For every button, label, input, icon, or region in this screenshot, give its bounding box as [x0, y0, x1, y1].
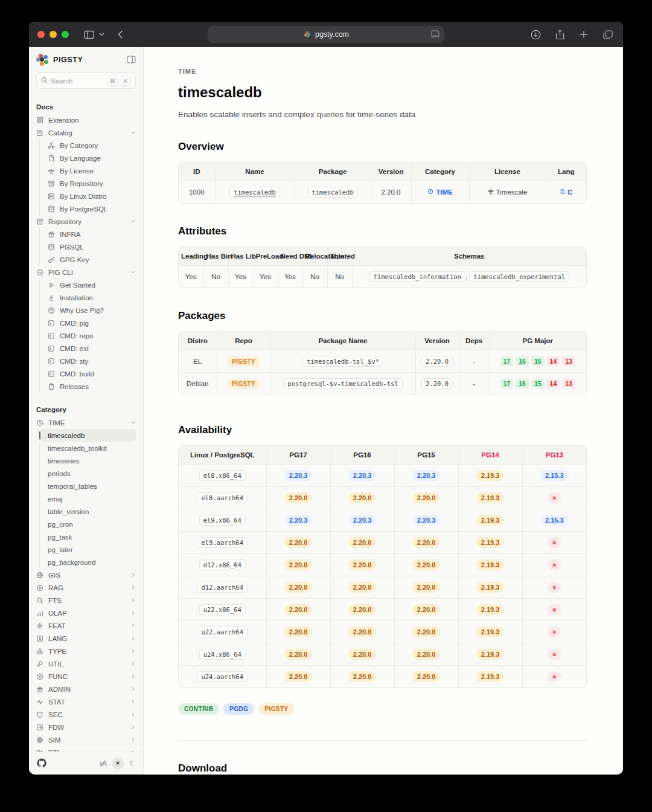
- sidebar-item-cmd-sty[interactable]: CMD: sty: [39, 355, 136, 367]
- availability-version-badge[interactable]: 2.20.0: [348, 671, 377, 682]
- sidebar-item-etl[interactable]: ETL: [36, 746, 136, 752]
- sidebar-item-releases[interactable]: Releases: [39, 380, 136, 393]
- availability-version-badge[interactable]: 2.15.3: [540, 470, 569, 481]
- availability-version-badge[interactable]: 2.20.0: [412, 671, 441, 682]
- availability-version-badge[interactable]: 2.20.0: [412, 559, 441, 570]
- availability-version-badge[interactable]: 2.20.0: [284, 604, 313, 615]
- availability-version-badge[interactable]: 2.20.0: [284, 559, 313, 570]
- sidebar-item-fdw[interactable]: FDW: [36, 721, 136, 733]
- availability-version-badge[interactable]: 2.19.3: [476, 649, 505, 660]
- downloads-icon[interactable]: [528, 27, 543, 42]
- sidebar-item-extension[interactable]: Extension: [36, 114, 136, 126]
- availability-version-badge[interactable]: 2.20.0: [348, 537, 377, 548]
- availability-version-badge[interactable]: 2.15.3: [540, 515, 569, 526]
- availability-version-badge[interactable]: 2.20.0: [412, 492, 441, 503]
- sidebar-item-catalog[interactable]: Catalog: [36, 126, 136, 139]
- availability-version-badge[interactable]: 2.20.0: [348, 492, 377, 503]
- collapse-sidebar-icon[interactable]: [127, 56, 136, 65]
- sidebar-item-timeseries[interactable]: timeseries: [39, 454, 136, 467]
- availability-version-badge[interactable]: 2.20.0: [284, 671, 313, 682]
- sidebar-item-get-started[interactable]: Get Started: [39, 279, 136, 291]
- sidebar-item-by-postgresql[interactable]: By PostgreSQL: [39, 202, 136, 215]
- sidebar-item-by-category[interactable]: By Category: [39, 139, 136, 152]
- sidebar-item-temporal-tables[interactable]: temporal_tables: [39, 480, 136, 492]
- sidebar-item-olap[interactable]: OLAP: [36, 607, 136, 619]
- availability-version-badge[interactable]: 2.20.0: [348, 559, 377, 570]
- availability-version-badge[interactable]: 2.20.0: [412, 582, 441, 593]
- availability-version-badge[interactable]: 2.20.0: [348, 604, 377, 615]
- availability-version-badge[interactable]: 2.20.0: [284, 649, 313, 660]
- sidebar-item-timescaledb[interactable]: timescaledb: [39, 429, 136, 442]
- sidebar-item-util[interactable]: UTIL: [36, 657, 136, 670]
- close-window-button[interactable]: [37, 31, 45, 38]
- sidebar-item-by-linux-distro[interactable]: By Linux Distro: [39, 190, 136, 202]
- sidebar-item-time[interactable]: TIME: [36, 416, 136, 429]
- sidebar-item-pg-task[interactable]: pg_task: [39, 530, 136, 543]
- availability-version-badge[interactable]: 2.20.3: [284, 470, 313, 481]
- sidebar-item-installation[interactable]: Installation: [39, 291, 136, 304]
- sidebar-item-func[interactable]: FUNC: [36, 670, 136, 683]
- sidebar-item-type[interactable]: TYPE: [36, 645, 136, 657]
- availability-version-badge[interactable]: 2.20.0: [284, 627, 313, 637]
- sidebar-item-by-language[interactable]: By Language: [39, 152, 136, 164]
- maximize-window-button[interactable]: [62, 31, 69, 38]
- sidebar-item-rag[interactable]: RAG: [36, 581, 136, 594]
- availability-version-badge[interactable]: 2.20.0: [348, 627, 377, 637]
- availability-version-badge[interactable]: 2.19.3: [476, 470, 505, 481]
- availability-version-badge[interactable]: 2.20.0: [412, 604, 441, 615]
- share-icon[interactable]: [552, 27, 567, 42]
- availability-version-badge[interactable]: 2.20.3: [284, 515, 313, 526]
- sidebar-item-feat[interactable]: FEAT: [36, 619, 136, 632]
- sidebar-item-gpg-key[interactable]: GPG Key: [39, 253, 136, 266]
- sidebar-item-sim[interactable]: SIM: [36, 733, 136, 746]
- sidebar-item-pgsql[interactable]: PGSQL: [39, 240, 136, 253]
- language-switch-icon[interactable]: xA: [100, 759, 106, 768]
- lang-link[interactable]: C: [560, 188, 572, 196]
- search-input[interactable]: Search ⌘ K: [36, 72, 136, 89]
- sidebar-item-timescaledb-toolkit[interactable]: timescaledb_toolkit: [39, 442, 136, 454]
- reader-mode-icon[interactable]: [431, 30, 439, 39]
- dark-theme-icon[interactable]: ☾: [129, 759, 135, 767]
- sidebar-item-table-version[interactable]: table_version: [39, 505, 136, 518]
- availability-version-badge[interactable]: 2.19.3: [476, 582, 505, 593]
- sidebar-item-cmd-repo[interactable]: CMD: repo: [39, 329, 136, 342]
- availability-version-badge[interactable]: 2.20.3: [348, 470, 377, 481]
- sidebar-item-sec[interactable]: SEC: [36, 708, 136, 721]
- availability-version-badge[interactable]: 2.20.3: [348, 515, 377, 526]
- availability-version-badge[interactable]: 2.20.0: [412, 649, 441, 660]
- availability-version-badge[interactable]: 2.20.0: [412, 537, 441, 548]
- sidebar-item-emaj[interactable]: emaj: [39, 492, 136, 505]
- availability-version-badge[interactable]: 2.20.0: [348, 649, 377, 660]
- sidebar-item-infra[interactable]: INFRA: [39, 228, 136, 240]
- sidebar-item-stat[interactable]: STAT: [36, 695, 136, 708]
- availability-version-badge[interactable]: 2.19.3: [476, 604, 505, 615]
- light-theme-icon[interactable]: ☀: [112, 758, 124, 770]
- availability-version-badge[interactable]: 2.20.3: [412, 470, 441, 481]
- category-link[interactable]: TIME: [427, 188, 452, 196]
- availability-version-badge[interactable]: 2.19.3: [476, 559, 505, 570]
- back-button[interactable]: [112, 27, 128, 42]
- sidebar-item-admin[interactable]: ADMIN: [36, 683, 136, 695]
- availability-version-badge[interactable]: 2.20.3: [412, 515, 441, 526]
- extension-name-link[interactable]: timescaledb: [229, 187, 280, 198]
- new-tab-icon[interactable]: [576, 27, 592, 42]
- sidebar-item-pig-cli[interactable]: PIG CLI: [36, 266, 136, 279]
- sidebar-item-periods[interactable]: periods: [39, 467, 136, 480]
- availability-version-badge[interactable]: 2.19.3: [476, 492, 505, 503]
- sidebar-toggle-icon[interactable]: [81, 27, 97, 42]
- minimize-window-button[interactable]: [50, 31, 57, 38]
- sidebar-item-pg-cron[interactable]: pg_cron: [39, 518, 136, 530]
- sidebar-item-repository[interactable]: Repository: [36, 215, 136, 228]
- sidebar-item-cmd-pig[interactable]: CMD: pig: [39, 317, 136, 329]
- sidebar-item-by-license[interactable]: By License: [39, 164, 136, 177]
- availability-version-badge[interactable]: 2.20.0: [284, 537, 313, 548]
- sidebar-item-pg-later[interactable]: pg_later: [39, 543, 136, 556]
- repo-pill-contrib[interactable]: CONTRIB: [178, 703, 219, 715]
- tab-overview-icon[interactable]: [600, 27, 616, 42]
- availability-version-badge[interactable]: 2.19.3: [476, 671, 505, 682]
- sidebar-item-cmd-build[interactable]: CMD: build: [39, 367, 136, 380]
- chevron-down-icon[interactable]: [97, 27, 106, 42]
- sidebar-item-cmd-ext[interactable]: CMD: ext: [39, 342, 136, 355]
- availability-version-badge[interactable]: 2.20.0: [348, 582, 377, 593]
- availability-version-badge[interactable]: 2.20.0: [284, 582, 313, 593]
